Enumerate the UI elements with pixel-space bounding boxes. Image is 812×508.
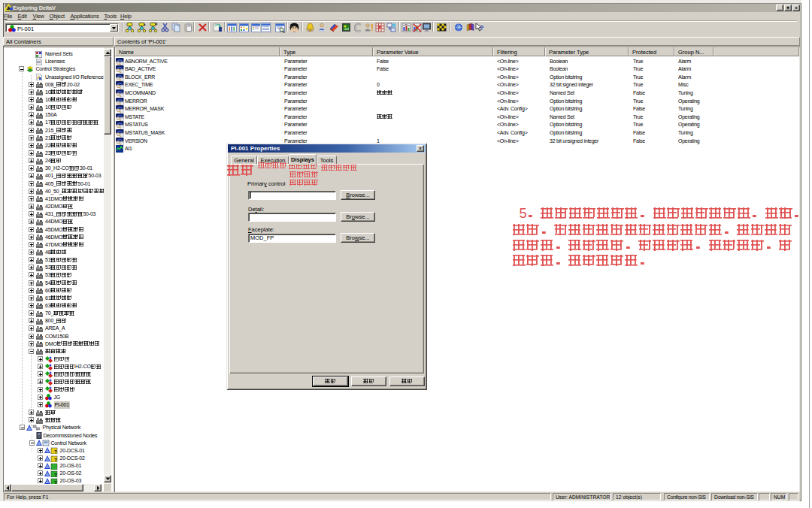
svg-text:?: ? bbox=[457, 25, 460, 30]
svg-text:?: ? bbox=[54, 473, 57, 477]
svg-text:?: ? bbox=[54, 449, 57, 454]
svg-text:?: ? bbox=[54, 458, 57, 462]
svg-text:?: ? bbox=[480, 24, 484, 32]
